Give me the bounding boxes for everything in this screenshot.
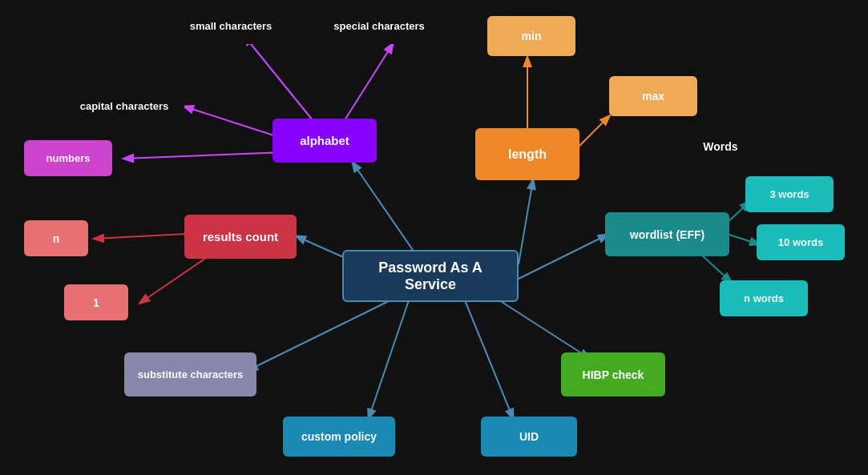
custom-policy-label: custom policy (301, 430, 377, 443)
min-label: min (522, 30, 542, 42)
n-words-node[interactable]: n words (720, 280, 808, 316)
svg-line-7 (577, 116, 609, 148)
svg-line-8 (519, 235, 608, 279)
hibp-node[interactable]: HIBP check (561, 352, 665, 397)
capital-characters-label: capital characters (80, 100, 169, 112)
alphabet-node[interactable]: alphabet (273, 119, 377, 163)
n-node-label: n (53, 232, 60, 245)
three-words-label: 3 words (769, 188, 809, 200)
min-node[interactable]: min (487, 16, 575, 56)
center-node[interactable]: Password As A Service (342, 250, 519, 302)
words-label-node: Words (688, 128, 753, 164)
alphabet-label: alphabet (300, 134, 349, 147)
substitute-label: substitute characters (138, 368, 244, 380)
three-words-node[interactable]: 3 words (745, 176, 834, 212)
numbers-label: numbers (46, 152, 91, 164)
svg-line-15 (248, 300, 390, 370)
length-label: length (508, 147, 547, 162)
uid-node[interactable]: UID (481, 417, 577, 457)
length-node[interactable]: length (475, 128, 579, 180)
svg-line-16 (499, 300, 589, 358)
one-node-label: 1 (93, 296, 99, 309)
max-node[interactable]: max (609, 76, 697, 116)
center-label: Password As A Service (353, 260, 507, 293)
svg-line-14 (140, 256, 208, 303)
one-node[interactable]: 1 (64, 284, 128, 320)
svg-line-17 (369, 300, 409, 418)
svg-line-18 (465, 300, 513, 418)
wordlist-label: wordlist (EFF) (630, 228, 704, 241)
special-characters-label: special characters (333, 20, 424, 32)
svg-line-4 (124, 152, 285, 159)
special-characters-node[interactable]: special characters (319, 8, 439, 44)
svg-line-5 (519, 180, 533, 264)
small-characters-node[interactable]: small characters (175, 8, 287, 44)
small-characters-label: small characters (190, 20, 273, 32)
ten-words-label: 10 words (778, 236, 823, 248)
wordlist-node[interactable]: wordlist (EFF) (605, 212, 729, 256)
svg-line-10 (729, 235, 759, 244)
svg-line-2 (345, 44, 393, 120)
results-count-label: results count (203, 230, 278, 244)
hibp-label: HIBP check (583, 368, 644, 381)
words-text: Words (703, 140, 737, 153)
n-node[interactable]: n (24, 220, 88, 256)
max-label: max (642, 90, 664, 103)
numbers-node[interactable]: numbers (24, 140, 112, 176)
svg-line-11 (701, 255, 731, 282)
capital-characters-node[interactable]: capital characters (64, 88, 184, 124)
uid-label: UID (519, 430, 539, 443)
substitute-node[interactable]: substitute characters (124, 352, 256, 397)
svg-line-13 (95, 234, 186, 239)
n-words-label: n words (744, 292, 784, 304)
ten-words-node[interactable]: 10 words (757, 224, 845, 260)
svg-line-1 (244, 36, 313, 120)
custom-policy-node[interactable]: custom policy (283, 417, 395, 457)
results-count-node[interactable]: results count (184, 215, 297, 259)
